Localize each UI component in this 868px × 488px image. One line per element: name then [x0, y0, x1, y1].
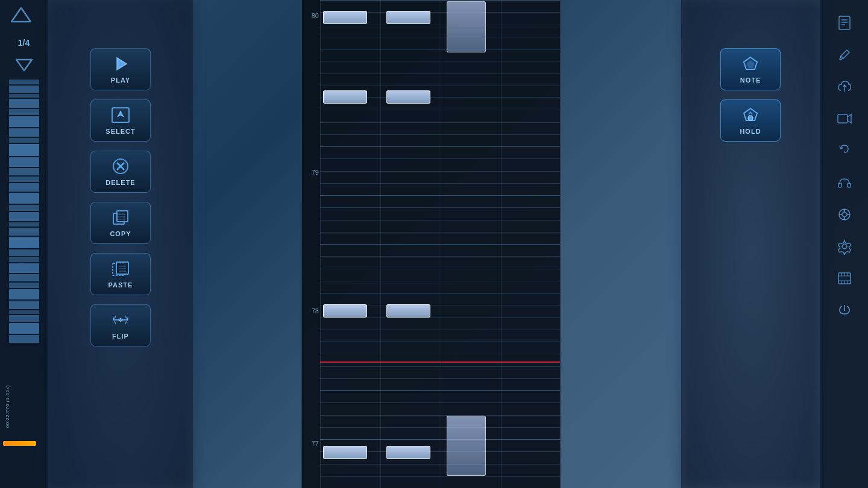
row-labels: 80797877 — [302, 0, 320, 488]
bar-17 — [9, 228, 39, 236]
svg-rect-14 — [116, 262, 128, 274]
right-panel: NOTE HOLD — [681, 0, 820, 488]
right-sidebar — [820, 0, 868, 488]
svg-marker-24 — [125, 320, 128, 325]
flip-button[interactable]: FLIP — [90, 304, 151, 346]
bar-6 — [9, 128, 39, 137]
bar-7 — [9, 138, 39, 143]
hold-mode-button[interactable]: HOLD — [720, 99, 781, 142]
piano-roll[interactable]: 80797877 — [301, 0, 561, 488]
note-block-7[interactable] — [323, 446, 367, 459]
bar-0 — [9, 80, 39, 84]
notes-container[interactable] — [320, 0, 560, 488]
document-icon-button[interactable] — [829, 9, 860, 36]
svg-rect-30 — [839, 16, 850, 30]
undo-icon-button[interactable] — [829, 137, 860, 164]
svg-marker-0 — [11, 8, 31, 22]
settings2-icon-button[interactable] — [829, 201, 860, 228]
bar-26 — [9, 310, 39, 314]
bar-28 — [9, 323, 39, 334]
paste-button[interactable]: PASTE — [90, 253, 151, 295]
svg-marker-4 — [118, 111, 124, 117]
bar-20 — [9, 257, 39, 262]
timestamp-label: 00:22:776 (1.00x) — [5, 385, 10, 428]
left-sidebar: 1/4 00:22:776 (1.00x) — [0, 0, 48, 488]
play-button[interactable]: PLAY — [90, 48, 151, 90]
svg-rect-36 — [838, 114, 848, 123]
video-icon-button[interactable] — [829, 105, 860, 132]
paste-label: PASTE — [108, 281, 133, 289]
select-icon — [110, 106, 131, 124]
note-block-3[interactable] — [323, 90, 367, 104]
note-block-6[interactable] — [386, 304, 430, 318]
bar-16 — [9, 222, 39, 227]
svg-marker-1 — [16, 60, 32, 70]
note-mode-button[interactable]: NOTE — [720, 48, 781, 90]
copy-label: COPY — [110, 230, 131, 237]
bar-25 — [9, 301, 39, 309]
svg-point-45 — [842, 244, 847, 249]
select-label: SELECT — [105, 128, 135, 135]
note-block-0[interactable] — [323, 11, 367, 24]
row-label-77: 77 — [312, 440, 319, 447]
bar-18 — [9, 237, 39, 248]
flip-label: FLIP — [112, 333, 129, 340]
note-block-4[interactable] — [386, 90, 430, 104]
settings-icon-button[interactable] — [829, 233, 860, 260]
bar-1 — [9, 86, 39, 93]
bar-23 — [9, 283, 39, 288]
bar-3 — [9, 99, 39, 108]
down-arrow-button[interactable] — [9, 52, 39, 77]
progress-bar — [3, 441, 36, 446]
select-button[interactable]: SELECT — [90, 99, 151, 142]
headphone-icon-button[interactable] — [829, 169, 860, 196]
bar-9 — [9, 157, 39, 167]
copy-icon — [110, 208, 131, 227]
time-signature: 1/4 — [18, 38, 30, 48]
bar-13 — [9, 193, 39, 204]
playhead — [320, 361, 560, 363]
note-block-8[interactable] — [386, 446, 430, 459]
paste-icon — [110, 260, 131, 278]
edit-icon-button[interactable] — [829, 41, 860, 68]
row-label-78: 78 — [312, 307, 319, 314]
delete-button[interactable]: DELETE — [90, 151, 151, 193]
film-icon-button[interactable] — [829, 264, 860, 292]
bar-19 — [9, 249, 39, 256]
note-block-9[interactable] — [447, 416, 486, 476]
bar-29 — [9, 335, 39, 343]
copy-button[interactable]: COPY — [90, 202, 151, 244]
svg-marker-2 — [117, 58, 127, 70]
up-arrow-button[interactable] — [9, 5, 33, 26]
bar-8 — [9, 144, 39, 156]
flip-icon — [110, 311, 131, 329]
left-panel: PLAY SELECT DELETE — [48, 0, 193, 488]
bar-21 — [9, 263, 39, 273]
bar-27 — [9, 315, 39, 322]
power-icon-button[interactable] — [829, 296, 860, 324]
svg-line-34 — [841, 56, 843, 58]
bar-12 — [9, 183, 39, 192]
bar-11 — [9, 177, 39, 182]
svg-rect-9 — [117, 211, 128, 222]
svg-marker-25 — [118, 318, 123, 322]
upload-icon-button[interactable] — [829, 73, 860, 100]
row-label-79: 79 — [312, 169, 319, 176]
note-block-2[interactable] — [447, 1, 486, 52]
play-icon — [110, 55, 131, 73]
svg-point-29 — [748, 116, 753, 120]
bar-15 — [9, 212, 39, 221]
bar-14 — [9, 205, 39, 211]
bar-5 — [9, 116, 39, 127]
bar-10 — [9, 168, 39, 175]
mini-visualizer — [6, 77, 42, 488]
delete-label: DELETE — [105, 179, 135, 186]
bar-4 — [9, 109, 39, 115]
bar-2 — [9, 94, 39, 98]
note-block-5[interactable] — [323, 304, 367, 318]
note-block-1[interactable] — [386, 11, 430, 24]
delete-icon — [110, 157, 131, 175]
svg-rect-38 — [848, 183, 851, 187]
bar-24 — [9, 289, 39, 299]
bar-22 — [9, 274, 39, 281]
